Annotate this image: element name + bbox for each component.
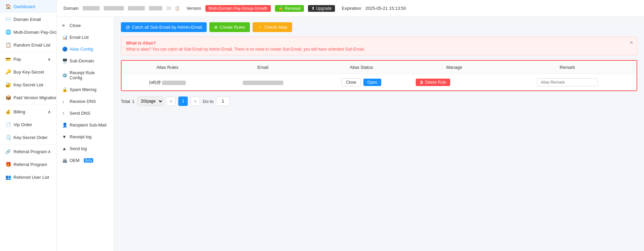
sidebar-item-vip-order[interactable]: 📄 Vip Order xyxy=(0,118,56,131)
upgrade-icon: ⬆ xyxy=(311,6,315,11)
next-page-button[interactable]: › xyxy=(190,96,200,106)
sidebar-item-multi-domain[interactable]: 🌐 Multi-Domain Pay-Group xyxy=(0,26,56,38)
sidebar-item-domain-email[interactable]: ✉️ Domain Email xyxy=(0,13,56,26)
secondary-sidebar-item-email-list[interactable]: 📊 Email List xyxy=(57,31,114,43)
secondary-sidebar-item-spam[interactable]: 🔒 Spam filtering xyxy=(57,84,114,95)
secondary-sidebar-item-receive-dns[interactable]: ↓ Receive DNS xyxy=(57,95,114,107)
sidebar-item-vip-order-label: Vip Order xyxy=(14,122,32,127)
chevron-up-icon-referral: ∧ xyxy=(48,149,51,154)
receive-dns-icon: ↓ xyxy=(62,99,67,104)
send-log-icon: ▲ xyxy=(62,146,67,151)
col-manage: Manage xyxy=(410,61,498,74)
col-alias-status: Alias Status xyxy=(312,61,410,74)
secondary-sidebar-item-alias-config[interactable]: 🔵 Alias Config xyxy=(57,43,114,55)
renewal-badge[interactable]: 🔒 Renewal xyxy=(275,5,304,12)
catch-all-button[interactable]: @ Catch all Sub-Email by Admin-Email xyxy=(121,22,207,32)
alias-table-container: Alias Rules Email Alias Status Manage Re… xyxy=(121,60,637,91)
check-icon: ⚡ xyxy=(257,25,263,30)
at-icon: @ xyxy=(126,25,130,30)
receive-dns-label: Receive DNS xyxy=(70,99,96,104)
send-dns-label: Send DNS xyxy=(70,111,90,116)
cell-alias-rules: {all}@ xyxy=(122,74,213,91)
alert-close-button[interactable]: ✕ xyxy=(629,40,634,45)
secondary-sidebar-item-receipt-rule[interactable]: ⚙️ Receipt Rule Config xyxy=(57,67,114,84)
sidebar-item-random-email[interactable]: 📋 Random Email List xyxy=(0,38,56,51)
cell-alias-status: Close Open xyxy=(312,74,410,91)
upgrade-label: Upgrade xyxy=(316,6,332,11)
lock-icon: 🔒 xyxy=(278,6,283,11)
sidebar-item-referral-program-label: Referral Program xyxy=(14,162,47,167)
cell-email xyxy=(213,74,313,91)
trash-icon: 🗑 xyxy=(420,80,424,85)
upgrade-badge[interactable]: ⬆ Upgrade xyxy=(308,5,335,12)
total-count: 1 xyxy=(132,99,134,104)
create-rules-button[interactable]: ⊕ Create Rules xyxy=(209,22,250,32)
sidebar-item-referral-program[interactable]: 🎁 Referral Program xyxy=(0,158,56,171)
col-alias-rules: Alias Rules xyxy=(122,61,213,74)
secondary-sidebar-item-sub-domain[interactable]: 🖥️ Sub-Domain xyxy=(57,55,114,67)
users-icon: 👥 xyxy=(5,174,11,180)
version-badge: Multi-Domain Pay-Group-Growth xyxy=(205,5,271,12)
alert-box: What is Alias? What is alias? You can ca… xyxy=(121,37,637,55)
sidebar-section-pay[interactable]: 💳 Pay ∧ xyxy=(0,53,56,65)
sidebar-item-key-secret-list[interactable]: 🔐 Key-Secret List xyxy=(0,78,56,91)
sidebar-section-referral-label: Referral Program xyxy=(14,149,47,154)
secondary-sidebar-item-close[interactable]: ≡ Close xyxy=(57,20,114,31)
domain-value-blur-4 xyxy=(149,6,162,10)
divider-2 xyxy=(0,105,56,105)
expiration-value: 2025-05-21 15:13:50 xyxy=(365,6,406,11)
goto-input[interactable] xyxy=(216,96,230,106)
domain-email-icon: ✉️ xyxy=(5,17,11,22)
gift-icon: 🎁 xyxy=(5,162,11,167)
delete-rule-button[interactable]: 🗑 Delete Rule xyxy=(416,79,450,86)
table-header: Alias Rules Email Alias Status Manage Re… xyxy=(122,61,637,74)
main-content: Domain 33 📋 Version Multi-Domain Pay-Gro… xyxy=(57,0,644,251)
chevron-up-icon-billing: ∧ xyxy=(48,109,51,114)
table-body: {all}@ Close Open xyxy=(122,74,637,91)
oem-icon: 🖨️ xyxy=(62,158,67,163)
domain-value-blur-3 xyxy=(128,6,145,10)
page-content: @ Catch all Sub-Email by Admin-Email ⊕ C… xyxy=(114,17,644,251)
hamburger-icon: ≡ xyxy=(62,23,67,28)
renewal-label: Renewal xyxy=(285,6,301,11)
sidebar-item-referred-user-list[interactable]: 👥 Referred User List xyxy=(0,171,56,184)
random-email-icon: 📋 xyxy=(5,42,11,48)
goto-label: Go to xyxy=(203,99,213,104)
status-close-button[interactable]: Close xyxy=(341,78,361,86)
toolbar: @ Catch all Sub-Email by Admin-Email ⊕ C… xyxy=(121,22,637,32)
secondary-sidebar-item-oem[interactable]: 🖨️ OEM Beta xyxy=(57,155,114,166)
alias-config-icon: 🔵 xyxy=(62,47,67,52)
sidebar-item-buy-key-secret-label: Buy Key-Secret xyxy=(14,69,44,75)
sidebar-item-buy-key-secret[interactable]: 🔑 Buy Key-Secret xyxy=(0,65,56,78)
secondary-sidebar-item-receipt-log[interactable]: ▼ Receipt log xyxy=(57,131,114,143)
create-rules-label: Create Rules xyxy=(220,25,245,30)
sidebar-item-paid-version[interactable]: 📦 Paid Version Migration xyxy=(0,91,56,104)
page-1-button[interactable]: 1 xyxy=(178,96,188,106)
delete-rule-label: Delete Rule xyxy=(425,80,446,85)
check-alias-button[interactable]: ⚡ Check Alias xyxy=(253,22,292,32)
receipt-log-icon: ▼ xyxy=(62,134,67,139)
divider-1 xyxy=(0,52,56,52)
per-page-select[interactable]: 20/page 50/page xyxy=(137,96,163,106)
sidebar-item-dashboard-label: Dashboard xyxy=(14,4,35,9)
prev-page-button[interactable]: ‹ xyxy=(166,96,176,106)
status-open-button[interactable]: Open xyxy=(363,79,381,86)
sidebar-item-random-email-label: Random Email List xyxy=(14,43,50,48)
version-label: Version xyxy=(186,6,201,11)
alert-title: What is Alias? xyxy=(126,40,632,46)
plus-icon: ⊕ xyxy=(214,25,218,30)
secondary-sidebar-item-recipient-sub-mail[interactable]: 👤 Recipient Sub-Mail xyxy=(57,119,114,131)
sidebar-item-key-secret-list-label: Key-Secret List xyxy=(14,82,43,87)
sidebar-section-billing[interactable]: 💰 Billing ∧ xyxy=(0,106,56,118)
secondary-sidebar-item-send-log[interactable]: ▲ Send log xyxy=(57,143,114,155)
domain-label: Domain xyxy=(63,6,79,11)
sidebar-item-key-secret-order[interactable]: 🗒️ Key-Secret Order xyxy=(0,131,56,144)
secondary-sidebar-item-send-dns[interactable]: ↑ Send DNS xyxy=(57,107,114,119)
sidebar-section-referral[interactable]: 🔗 Referral Program ∧ xyxy=(0,145,56,158)
key-list-icon: 🔐 xyxy=(5,82,11,87)
domain-count: 33 xyxy=(166,6,171,11)
copy-icon[interactable]: 📋 xyxy=(175,6,180,10)
sidebar-item-dashboard[interactable]: 🏠 Dashboard xyxy=(0,0,56,13)
recipient-label: Recipient Sub-Mail xyxy=(70,122,106,128)
remark-input[interactable] xyxy=(537,78,598,86)
